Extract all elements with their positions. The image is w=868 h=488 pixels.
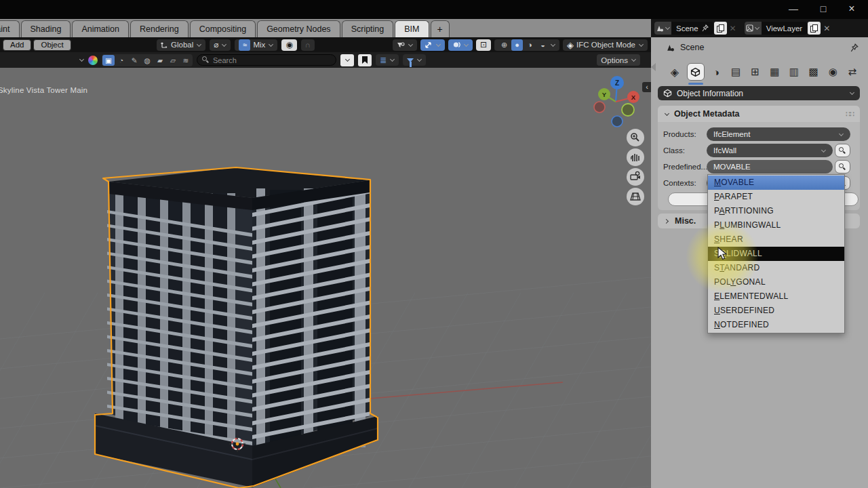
search-input[interactable] xyxy=(213,56,321,64)
expand-tool-settings-chevron[interactable] xyxy=(79,58,84,63)
maximize-button[interactable]: □ xyxy=(808,0,838,19)
tab-collection-properties[interactable]: ▩ xyxy=(806,66,821,78)
copy-icon xyxy=(810,24,818,33)
falloff-dropdown[interactable]: ∩ xyxy=(301,39,315,51)
chevron-down-icon xyxy=(821,148,826,153)
xray-toggle[interactable]: ⊡ xyxy=(476,39,491,51)
3d-viewport[interactable]: Z Y X Sk xyxy=(0,68,651,488)
camera-view-button[interactable] xyxy=(627,168,644,186)
dropdown-item-partitioning[interactable]: PARTITIONING xyxy=(708,204,844,218)
tab-compositing[interactable]: Compositing xyxy=(190,20,256,37)
tab-ifc-project[interactable]: ◈ xyxy=(667,66,682,79)
select-tool-6[interactable]: ≋ xyxy=(180,55,192,66)
object-metadata-header[interactable]: Object Metadata ∷∷ xyxy=(658,106,860,122)
transform-orientation-dropdown[interactable]: Global xyxy=(157,39,205,51)
predefined-dropdown[interactable]: MOVABLE xyxy=(707,160,833,174)
add-workspace-tab[interactable]: + xyxy=(431,20,450,37)
products-dropdown[interactable]: IfcElement xyxy=(707,127,850,141)
tab-modifier-properties[interactable]: ▥ xyxy=(787,66,802,78)
object-information-header[interactable]: Object Information xyxy=(658,86,860,100)
drag-grip-icon[interactable]: ∷∷ xyxy=(846,110,854,119)
building-object[interactable] xyxy=(95,167,378,488)
dropdown-item-standard[interactable]: STANDARD xyxy=(708,261,844,275)
pan-button[interactable] xyxy=(627,148,644,166)
solid-shading-button[interactable]: ● xyxy=(511,39,523,51)
filter-dropdown[interactable] xyxy=(403,54,426,66)
overlays-toggle-dropdown[interactable] xyxy=(448,39,473,51)
add-menu-button[interactable]: Add xyxy=(3,39,31,51)
gizmo-negative-z[interactable] xyxy=(612,116,623,127)
tab-physics-properties[interactable]: ◉ xyxy=(825,66,840,78)
select-tool-5[interactable]: ▱ xyxy=(167,55,179,66)
proportional-editing-toggle[interactable]: ◉ xyxy=(281,39,296,51)
pin-id-button[interactable] xyxy=(850,43,859,55)
close-button[interactable]: × xyxy=(837,0,867,19)
select-tool-4[interactable]: ▰ xyxy=(154,55,166,66)
blend-mode-dropdown[interactable]: ≈ Mix xyxy=(235,39,277,51)
dropdown-item-shear[interactable]: SHEAR xyxy=(708,232,844,247)
dropdown-item-elementedwall[interactable]: ELEMENTEDWALL xyxy=(708,289,844,304)
bookmark-button[interactable] xyxy=(358,54,372,66)
tab-node-properties[interactable]: ⊞ xyxy=(748,66,763,78)
tab-geometry-nodes[interactable]: Geometry Nodes xyxy=(257,20,340,37)
dropdown-item-parapet[interactable]: PARAPET xyxy=(708,190,844,204)
select-tool-3[interactable]: ◍ xyxy=(141,55,153,66)
snapping-dropdown[interactable]: ⌀ xyxy=(210,39,231,51)
dropdown-item-polygonal[interactable]: POLYGONAL xyxy=(708,275,844,289)
tab-rendering[interactable]: Rendering xyxy=(130,20,189,37)
viewlayer-selector[interactable]: ViewLayer ✕ xyxy=(745,22,833,35)
unlink-scene-button[interactable]: ✕ xyxy=(727,24,739,33)
panel-resize-handle[interactable] xyxy=(651,63,656,71)
pin-icon[interactable] xyxy=(702,24,709,32)
remove-viewlayer-button[interactable]: ✕ xyxy=(821,24,833,33)
tab-tool-properties[interactable]: ▦ xyxy=(767,66,782,78)
show-gizmo-dropdown[interactable] xyxy=(393,39,417,51)
tab-bim[interactable]: BIM xyxy=(395,20,429,37)
scene-selector[interactable]: Scene ✕ xyxy=(654,22,739,35)
tab-render-properties[interactable]: ◑ xyxy=(709,66,724,78)
mode-dropdown[interactable]: ◈ IFC Object Mode xyxy=(563,39,648,51)
dropdown-item-plumbingwall[interactable]: PLUMBINGWALL xyxy=(708,218,844,232)
tab-constraint-properties[interactable]: ⇄ xyxy=(845,66,860,78)
color-wheel-icon[interactable] xyxy=(88,56,98,65)
gizmo-negative-y[interactable] xyxy=(622,104,634,116)
predefined-search-button[interactable] xyxy=(835,160,850,174)
navigation-gizmo[interactable]: Z Y X xyxy=(594,76,639,127)
new-viewlayer-button[interactable] xyxy=(808,22,821,35)
bookmark-icon xyxy=(362,56,368,64)
tab-animation[interactable]: Animation xyxy=(72,20,129,37)
products-label: Products: xyxy=(658,130,707,138)
wireframe-shading-button[interactable]: ⊕ xyxy=(498,39,510,51)
search-field[interactable] xyxy=(197,54,336,66)
tab-paint[interactable]: Paint xyxy=(0,20,20,37)
dropdown-item-solidwall[interactable]: SOLIDWALL xyxy=(708,247,844,261)
minimize-button[interactable]: — xyxy=(778,0,808,19)
search-dropdown-button[interactable] xyxy=(340,54,354,66)
dropdown-item-userdefined[interactable]: USERDEFINED xyxy=(708,304,844,318)
select-tool-2[interactable]: ✎ xyxy=(128,55,140,66)
zoom-button[interactable] xyxy=(627,129,644,146)
snap-icon: ⌀ xyxy=(214,41,218,49)
options-dropdown[interactable]: Options xyxy=(597,54,640,66)
gizmo-negative-x[interactable] xyxy=(594,102,605,113)
dropdown-item-notdefined[interactable]: NOTDEFINED xyxy=(708,318,844,332)
class-search-button[interactable] xyxy=(835,144,850,157)
dropdown-item-movable[interactable]: MOVABLE xyxy=(708,176,844,190)
rendered-shading-button[interactable]: ◒ xyxy=(537,39,549,51)
select-tool-1[interactable]: ◔ xyxy=(115,55,127,66)
tab-object-properties[interactable] xyxy=(687,63,705,81)
sidebar-collapse-arrow[interactable]: ‹ xyxy=(642,82,651,92)
tab-shading[interactable]: Shading xyxy=(21,20,71,37)
tab-scripting[interactable]: Scripting xyxy=(342,20,394,37)
hierarchy-filter-dropdown[interactable]: ≣ xyxy=(376,54,399,66)
tab-output-properties[interactable]: ▤ xyxy=(728,66,743,78)
object-metadata-label: Object Metadata xyxy=(674,109,740,119)
object-menu-button[interactable]: Object xyxy=(33,39,71,51)
material-shading-button[interactable]: ◑ xyxy=(524,39,536,51)
gizmos-toggle-dropdown[interactable] xyxy=(420,39,445,51)
chevron-down-icon xyxy=(221,42,226,47)
class-dropdown[interactable]: IfcWall xyxy=(707,144,833,157)
new-scene-button[interactable] xyxy=(714,22,727,35)
viewlayer-name: ViewLayer xyxy=(766,24,803,33)
select-tool-0[interactable]: ▣ xyxy=(102,55,115,66)
